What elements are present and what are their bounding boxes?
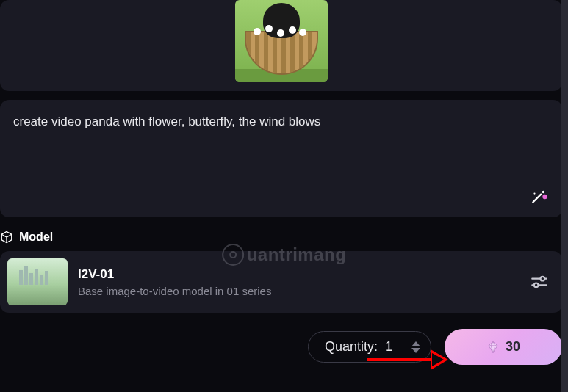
model-selector[interactable]: I2V-01 Base image-to-video model in 01 s… bbox=[0, 251, 562, 313]
model-thumbnail bbox=[7, 258, 68, 305]
magic-wand-icon[interactable] bbox=[530, 188, 549, 207]
model-name: I2V-01 bbox=[78, 267, 520, 282]
model-description: Base image-to-video model in 01 series bbox=[78, 285, 520, 297]
svg-point-1 bbox=[542, 195, 547, 200]
credits-gem-icon bbox=[486, 341, 500, 354]
svg-point-2 bbox=[533, 193, 535, 195]
scrollbar[interactable] bbox=[561, 0, 568, 392]
quantity-value: 1 bbox=[385, 339, 397, 355]
settings-sliders-icon[interactable] bbox=[530, 272, 549, 291]
svg-point-0 bbox=[542, 191, 544, 193]
model-section-header: Model bbox=[0, 231, 568, 251]
prompt-card[interactable]: create video panda with flower, butterfl… bbox=[0, 100, 562, 217]
cube-icon bbox=[0, 231, 13, 244]
quantity-label: Quantity: bbox=[325, 339, 378, 355]
quantity-increment[interactable] bbox=[411, 341, 420, 346]
quantity-decrement[interactable] bbox=[411, 348, 420, 353]
model-info: I2V-01 Base image-to-video model in 01 s… bbox=[78, 267, 520, 297]
svg-point-6 bbox=[534, 283, 539, 288]
quantity-stepper[interactable]: Quantity: 1 bbox=[308, 331, 431, 363]
prompt-text[interactable]: create video panda with flower, butterfl… bbox=[13, 113, 549, 131]
generate-button[interactable]: 30 bbox=[445, 329, 562, 365]
model-section-label: Model bbox=[19, 231, 53, 244]
uploaded-image[interactable] bbox=[235, 0, 328, 82]
image-preview-card bbox=[0, 0, 562, 91]
svg-point-5 bbox=[541, 277, 545, 281]
bottom-controls: Quantity: 1 30 bbox=[0, 329, 568, 365]
credits-cost: 30 bbox=[506, 339, 520, 355]
